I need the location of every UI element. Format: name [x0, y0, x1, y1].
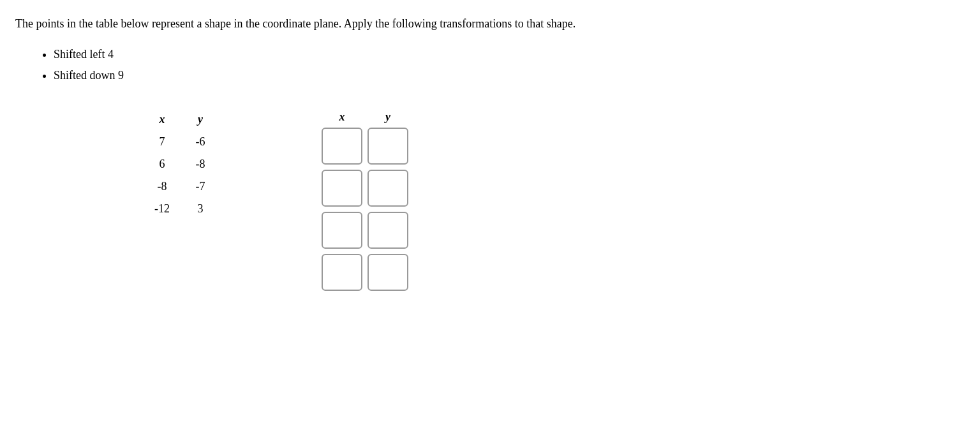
- transformation-item-2: Shifted down 9: [54, 66, 965, 85]
- source-row-1-x: 6: [143, 155, 181, 173]
- answer-row-3-x[interactable]: [322, 254, 362, 291]
- intro-paragraph: The points in the table below represent …: [15, 15, 590, 33]
- answer-row-0-x[interactable]: [322, 128, 362, 165]
- answer-header-y: y: [368, 110, 408, 124]
- tables-container: x y 7 -6 6 -8 -8 -7 -12 3 x y: [143, 110, 965, 291]
- source-table: x y 7 -6 6 -8 -8 -7 -12 3: [143, 110, 219, 218]
- source-row-3-y: 3: [181, 200, 219, 218]
- answer-row-0-y[interactable]: [368, 128, 408, 165]
- answer-row-1-x[interactable]: [322, 170, 362, 207]
- answer-row-3-y[interactable]: [368, 254, 408, 291]
- answer-row-2-x[interactable]: [322, 212, 362, 249]
- answer-header-x: x: [322, 110, 362, 124]
- answer-inputs-grid: [322, 128, 408, 291]
- source-row-3-x: -12: [143, 200, 181, 218]
- answer-row-2-y[interactable]: [368, 212, 408, 249]
- source-header-x: x: [143, 110, 181, 129]
- source-row-1-y: -8: [181, 155, 219, 173]
- source-row-2-y: -7: [181, 177, 219, 196]
- source-row-0-x: 7: [143, 133, 181, 151]
- answer-table: x y: [322, 110, 408, 291]
- answer-row-1-y[interactable]: [368, 170, 408, 207]
- source-row-0-y: -6: [181, 133, 219, 151]
- source-header-y: y: [181, 110, 219, 129]
- transformations-list: Shifted left 4 Shifted down 9: [41, 45, 965, 85]
- answer-table-header: x y: [322, 110, 408, 124]
- source-row-2-x: -8: [143, 177, 181, 196]
- transformation-item-1: Shifted left 4: [54, 45, 965, 64]
- source-table-grid: x y 7 -6 6 -8 -8 -7 -12 3: [143, 110, 219, 218]
